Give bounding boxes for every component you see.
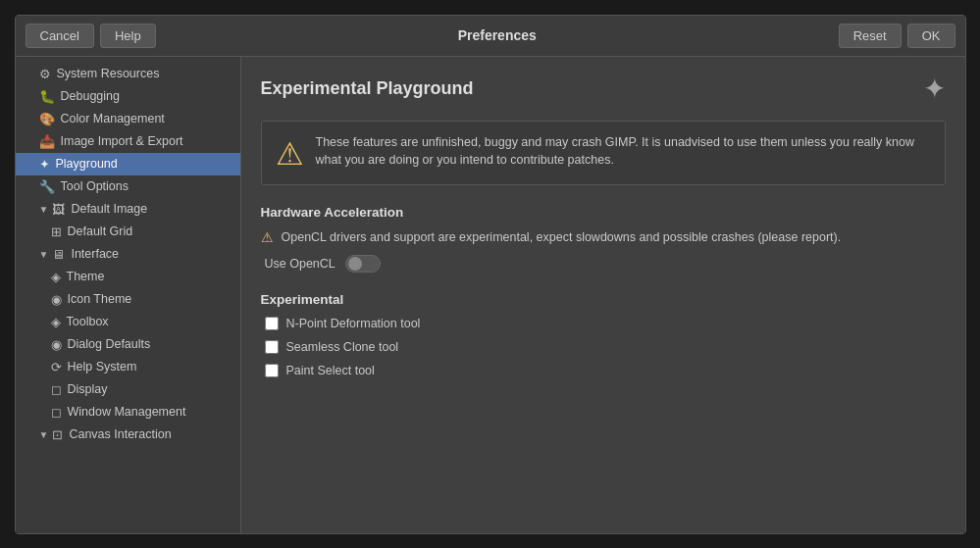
content-area: ⚙ System Resources 🐛 Debugging 🎨 Color M… (16, 57, 965, 533)
seamless-clone-row: Seamless Clone tool (261, 340, 946, 354)
theme-icon: ◈ (51, 270, 61, 284)
sidebar-label-image-import-export: Image Import & Export (61, 134, 183, 148)
image-import-export-icon: 📥 (39, 134, 55, 149)
display-icon: ◻ (51, 382, 62, 397)
sidebar-item-theme[interactable]: ◈ Theme (16, 266, 240, 288)
sidebar-item-help-system[interactable]: ⟳ Help System (16, 356, 240, 378)
color-management-icon: 🎨 (39, 112, 55, 126)
playground-icon: ✦ (39, 157, 50, 172)
opencl-toggle[interactable] (345, 255, 381, 273)
canvas-interaction-icon: ⊡ (52, 427, 63, 442)
sidebar-item-canvas-interaction[interactable]: ▼ ⊡ Canvas Interaction (16, 423, 240, 446)
expand-arrow-canvas-interaction: ▼ (39, 429, 49, 440)
sidebar-label-tool-options: Tool Options (61, 179, 129, 193)
main-panel: Experimental Playground ✦ ⚠ These featur… (241, 57, 965, 533)
sidebar-label-dialog-defaults: Dialog Defaults (68, 337, 151, 351)
opencl-label: Use OpenCL (265, 257, 335, 271)
sidebar-item-tool-options[interactable]: 🔧 Tool Options (16, 175, 240, 198)
sidebar-item-system-resources[interactable]: ⚙ System Resources (16, 63, 240, 85)
sidebar-label-theme: Theme (67, 270, 105, 283)
cancel-button[interactable]: Cancel (26, 24, 94, 48)
icon-theme-icon: ◉ (51, 292, 62, 307)
titlebar-right-buttons: Reset OK (839, 24, 955, 48)
paint-select-checkbox[interactable] (265, 364, 279, 377)
sidebar-item-color-management[interactable]: 🎨 Color Management (16, 108, 240, 130)
sidebar-label-window-management: Window Management (68, 405, 186, 419)
paint-select-label: Paint Select tool (286, 364, 375, 377)
panel-title: Experimental Playground (261, 78, 474, 99)
interface-icon: 🖥 (52, 247, 65, 262)
n-point-deform-label: N-Point Deformation tool (286, 317, 421, 330)
warning-triangle-icon: ⚠ (276, 135, 304, 173)
opencl-warning-icon: ⚠ (261, 229, 274, 245)
sidebar-label-interface: Interface (71, 247, 119, 261)
n-point-deform-checkbox[interactable] (265, 317, 279, 330)
hardware-acceleration-section: Hardware Acceleration ⚠ OpenCL drivers a… (261, 205, 946, 273)
opencl-toggle-row: Use OpenCL (261, 255, 946, 273)
sidebar-label-icon-theme: Icon Theme (68, 292, 132, 306)
warning-box: ⚠ These features are unfinished, buggy a… (261, 121, 946, 185)
expand-arrow-default-image: ▼ (39, 204, 49, 215)
seamless-clone-checkbox[interactable] (265, 340, 279, 354)
sidebar-item-default-image[interactable]: ▼ 🖼 Default Image (16, 198, 240, 221)
experimental-section-title: Experimental (261, 292, 946, 307)
sidebar-item-debugging[interactable]: 🐛 Debugging (16, 85, 240, 108)
help-system-icon: ⟳ (51, 360, 62, 374)
experimental-section: Experimental N-Point Deformation tool Se… (261, 292, 946, 377)
titlebar: Cancel Help Preferences Reset OK (16, 16, 965, 57)
reset-button[interactable]: Reset (839, 24, 902, 48)
seamless-clone-label: Seamless Clone tool (286, 340, 399, 354)
window-management-icon: ◻ (51, 405, 62, 420)
hardware-section-title: Hardware Acceleration (261, 205, 946, 220)
warning-text: These features are unfinished, buggy and… (316, 133, 931, 171)
panel-header: Experimental Playground ✦ (261, 73, 946, 105)
window-title: Preferences (162, 27, 833, 43)
debugging-icon: 🐛 (39, 89, 55, 104)
sidebar-label-help-system: Help System (68, 360, 137, 374)
paint-select-row: Paint Select tool (261, 364, 946, 377)
system-resources-icon: ⚙ (39, 67, 51, 81)
sidebar-label-toolbox: Toolbox (67, 315, 109, 328)
sidebar-item-icon-theme[interactable]: ◉ Icon Theme (16, 288, 240, 311)
ok-button[interactable]: OK (907, 24, 955, 48)
sidebar-label-default-grid: Default Grid (68, 224, 133, 238)
toolbox-icon: ◈ (51, 315, 61, 329)
expand-arrow-interface: ▼ (39, 249, 49, 260)
sidebar-item-image-import-export[interactable]: 📥 Image Import & Export (16, 130, 240, 153)
sidebar: ⚙ System Resources 🐛 Debugging 🎨 Color M… (16, 57, 241, 533)
default-image-icon: 🖼 (52, 202, 65, 217)
sidebar-item-default-grid[interactable]: ⊞ Default Grid (16, 221, 240, 243)
opencl-toggle-knob (348, 257, 362, 271)
sidebar-label-debugging: Debugging (61, 89, 120, 103)
sidebar-label-system-resources: System Resources (57, 67, 160, 80)
sidebar-label-canvas-interaction: Canvas Interaction (69, 427, 171, 441)
sidebar-label-playground: Playground (56, 157, 118, 171)
help-button[interactable]: Help (100, 24, 156, 48)
sidebar-item-toolbox[interactable]: ◈ Toolbox (16, 311, 240, 333)
opencl-warning-text: OpenCL drivers and support are experimen… (282, 230, 842, 244)
sidebar-label-default-image: Default Image (71, 202, 147, 216)
sidebar-label-display: Display (68, 382, 108, 396)
preferences-window: Cancel Help Preferences Reset OK ⚙ Syste… (15, 15, 966, 534)
opencl-warning-row: ⚠ OpenCL drivers and support are experim… (261, 229, 946, 245)
n-point-deform-row: N-Point Deformation tool (261, 317, 946, 330)
spinner-icon: ✦ (923, 73, 946, 105)
sidebar-item-dialog-defaults[interactable]: ◉ Dialog Defaults (16, 333, 240, 356)
dialog-defaults-icon: ◉ (51, 337, 62, 352)
sidebar-item-interface[interactable]: ▼ 🖥 Interface (16, 243, 240, 266)
tool-options-icon: 🔧 (39, 179, 55, 194)
default-grid-icon: ⊞ (51, 224, 62, 239)
sidebar-item-display[interactable]: ◻ Display (16, 378, 240, 401)
sidebar-label-color-management: Color Management (61, 112, 165, 125)
sidebar-item-playground[interactable]: ✦ Playground (16, 153, 240, 175)
sidebar-item-window-management[interactable]: ◻ Window Management (16, 401, 240, 423)
